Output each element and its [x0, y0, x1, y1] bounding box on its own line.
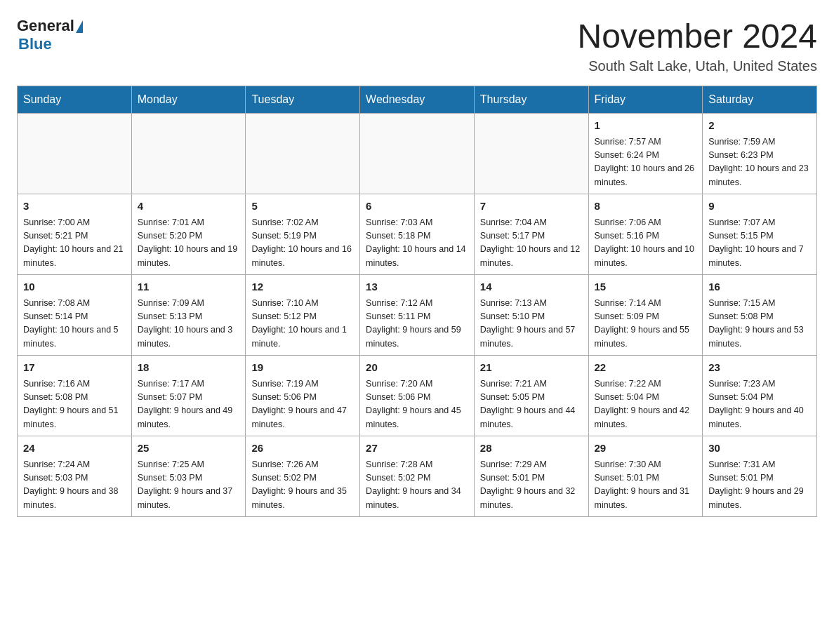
day-number: 6 — [366, 199, 468, 215]
calendar-cell: 3Sunrise: 7:00 AM Sunset: 5:21 PM Daylig… — [18, 194, 132, 275]
calendar-cell: 17Sunrise: 7:16 AM Sunset: 5:08 PM Dayli… — [18, 356, 132, 436]
day-info: Sunrise: 7:03 AM Sunset: 5:18 PM Dayligh… — [366, 216, 468, 271]
day-info: Sunrise: 7:10 AM Sunset: 5:12 PM Dayligh… — [251, 297, 354, 351]
day-number: 5 — [251, 199, 354, 215]
calendar-cell: 27Sunrise: 7:28 AM Sunset: 5:02 PM Dayli… — [360, 436, 475, 517]
day-number: 29 — [595, 441, 697, 457]
day-number: 23 — [708, 360, 811, 376]
day-number: 30 — [708, 441, 811, 457]
day-info: Sunrise: 7:00 AM Sunset: 5:21 PM Dayligh… — [23, 216, 126, 271]
day-number: 26 — [251, 441, 354, 457]
calendar-cell: 14Sunrise: 7:13 AM Sunset: 5:10 PM Dayli… — [474, 275, 588, 356]
day-info: Sunrise: 7:25 AM Sunset: 5:03 PM Dayligh… — [138, 458, 240, 513]
day-info: Sunrise: 7:04 AM Sunset: 5:17 PM Dayligh… — [480, 216, 583, 271]
calendar-cell: 28Sunrise: 7:29 AM Sunset: 5:01 PM Dayli… — [474, 436, 588, 517]
day-number: 10 — [23, 279, 126, 295]
day-info: Sunrise: 7:24 AM Sunset: 5:03 PM Dayligh… — [23, 458, 126, 513]
calendar-cell: 7Sunrise: 7:04 AM Sunset: 5:17 PM Daylig… — [474, 194, 588, 275]
calendar-subtitle: South Salt Lake, Utah, United States — [577, 58, 817, 74]
calendar-table: SundayMondayTuesdayWednesdayThursdayFrid… — [17, 86, 817, 517]
day-info: Sunrise: 7:28 AM Sunset: 5:02 PM Dayligh… — [366, 458, 468, 513]
day-number: 7 — [480, 199, 583, 215]
day-info: Sunrise: 7:09 AM Sunset: 5:13 PM Dayligh… — [138, 297, 240, 351]
weekday-header-tuesday: Tuesday — [246, 86, 360, 114]
calendar-cell: 10Sunrise: 7:08 AM Sunset: 5:14 PM Dayli… — [18, 275, 132, 356]
calendar-cell: 22Sunrise: 7:22 AM Sunset: 5:04 PM Dayli… — [588, 356, 703, 436]
calendar-cell: 5Sunrise: 7:02 AM Sunset: 5:19 PM Daylig… — [246, 194, 360, 275]
calendar-cell: 15Sunrise: 7:14 AM Sunset: 5:09 PM Dayli… — [588, 275, 703, 356]
calendar-cell: 19Sunrise: 7:19 AM Sunset: 5:06 PM Dayli… — [246, 356, 360, 436]
day-number: 1 — [595, 118, 697, 134]
calendar-body: 1Sunrise: 7:57 AM Sunset: 6:24 PM Daylig… — [18, 114, 817, 517]
logo-general-text: General — [17, 17, 74, 35]
week-row-1: 1Sunrise: 7:57 AM Sunset: 6:24 PM Daylig… — [18, 114, 817, 194]
calendar-cell: 13Sunrise: 7:12 AM Sunset: 5:11 PM Dayli… — [360, 275, 475, 356]
day-info: Sunrise: 7:31 AM Sunset: 5:01 PM Dayligh… — [708, 458, 811, 513]
day-info: Sunrise: 7:17 AM Sunset: 5:07 PM Dayligh… — [138, 377, 240, 432]
calendar-cell: 26Sunrise: 7:26 AM Sunset: 5:02 PM Dayli… — [246, 436, 360, 517]
day-number: 11 — [138, 279, 240, 295]
day-number: 9 — [708, 199, 811, 215]
day-number: 22 — [595, 360, 697, 376]
week-row-5: 24Sunrise: 7:24 AM Sunset: 5:03 PM Dayli… — [18, 436, 817, 517]
calendar-cell: 20Sunrise: 7:20 AM Sunset: 5:06 PM Dayli… — [360, 356, 475, 436]
calendar-cell: 4Sunrise: 7:01 AM Sunset: 5:20 PM Daylig… — [131, 194, 246, 275]
day-number: 15 — [595, 279, 697, 295]
calendar-cell — [18, 114, 132, 194]
day-number: 20 — [366, 360, 468, 376]
calendar-cell — [246, 114, 360, 194]
weekday-header-friday: Friday — [588, 86, 703, 114]
weekday-header-sunday: Sunday — [18, 86, 132, 114]
day-info: Sunrise: 7:57 AM Sunset: 6:24 PM Dayligh… — [595, 135, 697, 190]
day-info: Sunrise: 7:01 AM Sunset: 5:20 PM Dayligh… — [138, 216, 240, 271]
calendar-title: November 2024 — [577, 17, 817, 55]
title-block: November 2024 South Salt Lake, Utah, Uni… — [577, 17, 817, 74]
calendar-cell: 23Sunrise: 7:23 AM Sunset: 5:04 PM Dayli… — [703, 356, 817, 436]
week-row-3: 10Sunrise: 7:08 AM Sunset: 5:14 PM Dayli… — [18, 275, 817, 356]
day-info: Sunrise: 7:08 AM Sunset: 5:14 PM Dayligh… — [23, 297, 126, 351]
calendar-cell: 1Sunrise: 7:57 AM Sunset: 6:24 PM Daylig… — [588, 114, 703, 194]
day-info: Sunrise: 7:15 AM Sunset: 5:08 PM Dayligh… — [708, 297, 811, 351]
week-row-4: 17Sunrise: 7:16 AM Sunset: 5:08 PM Dayli… — [18, 356, 817, 436]
calendar-cell: 12Sunrise: 7:10 AM Sunset: 5:12 PM Dayli… — [246, 275, 360, 356]
calendar-cell: 9Sunrise: 7:07 AM Sunset: 5:15 PM Daylig… — [703, 194, 817, 275]
day-number: 16 — [708, 279, 811, 295]
calendar-cell: 25Sunrise: 7:25 AM Sunset: 5:03 PM Dayli… — [131, 436, 246, 517]
weekday-header-saturday: Saturday — [703, 86, 817, 114]
day-info: Sunrise: 7:02 AM Sunset: 5:19 PM Dayligh… — [251, 216, 354, 271]
calendar-cell — [360, 114, 475, 194]
day-number: 18 — [138, 360, 240, 376]
day-number: 24 — [23, 441, 126, 457]
day-number: 28 — [480, 441, 583, 457]
calendar-cell: 18Sunrise: 7:17 AM Sunset: 5:07 PM Dayli… — [131, 356, 246, 436]
day-info: Sunrise: 7:07 AM Sunset: 5:15 PM Dayligh… — [708, 216, 811, 271]
day-number: 25 — [138, 441, 240, 457]
day-info: Sunrise: 7:22 AM Sunset: 5:04 PM Dayligh… — [595, 377, 697, 432]
day-number: 19 — [251, 360, 354, 376]
calendar-header: SundayMondayTuesdayWednesdayThursdayFrid… — [18, 86, 817, 114]
day-number: 17 — [23, 360, 126, 376]
day-info: Sunrise: 7:06 AM Sunset: 5:16 PM Dayligh… — [595, 216, 697, 271]
calendar-cell: 2Sunrise: 7:59 AM Sunset: 6:23 PM Daylig… — [703, 114, 817, 194]
calendar-cell: 6Sunrise: 7:03 AM Sunset: 5:18 PM Daylig… — [360, 194, 475, 275]
week-row-2: 3Sunrise: 7:00 AM Sunset: 5:21 PM Daylig… — [18, 194, 817, 275]
day-info: Sunrise: 7:13 AM Sunset: 5:10 PM Dayligh… — [480, 297, 583, 351]
weekday-header-wednesday: Wednesday — [360, 86, 475, 114]
day-info: Sunrise: 7:23 AM Sunset: 5:04 PM Dayligh… — [708, 377, 811, 432]
calendar-cell — [131, 114, 246, 194]
calendar-cell: 11Sunrise: 7:09 AM Sunset: 5:13 PM Dayli… — [131, 275, 246, 356]
day-number: 21 — [480, 360, 583, 376]
day-number: 13 — [366, 279, 468, 295]
day-number: 4 — [138, 199, 240, 215]
calendar-cell: 30Sunrise: 7:31 AM Sunset: 5:01 PM Dayli… — [703, 436, 817, 517]
day-info: Sunrise: 7:29 AM Sunset: 5:01 PM Dayligh… — [480, 458, 583, 513]
day-info: Sunrise: 7:12 AM Sunset: 5:11 PM Dayligh… — [366, 297, 468, 351]
weekday-header-thursday: Thursday — [474, 86, 588, 114]
calendar-cell: 8Sunrise: 7:06 AM Sunset: 5:16 PM Daylig… — [588, 194, 703, 275]
logo-blue-text: Blue — [18, 35, 52, 53]
weekday-header-monday: Monday — [131, 86, 246, 114]
day-number: 2 — [708, 118, 811, 134]
calendar-cell: 21Sunrise: 7:21 AM Sunset: 5:05 PM Dayli… — [474, 356, 588, 436]
day-info: Sunrise: 7:21 AM Sunset: 5:05 PM Dayligh… — [480, 377, 583, 432]
day-number: 8 — [595, 199, 697, 215]
